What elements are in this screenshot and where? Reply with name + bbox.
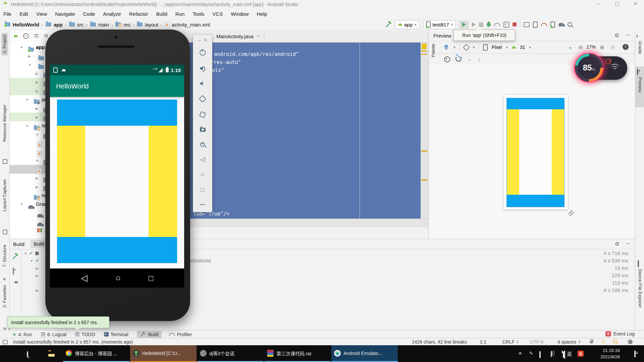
tab-profiler[interactable]: Profiler — [169, 332, 192, 337]
rotate-device-icon[interactable] — [463, 44, 470, 51]
taskbar-search-icon[interactable] — [27, 351, 28, 358]
apply-code-changes-icon[interactable] — [479, 23, 483, 26]
readonly-lock-icon[interactable] — [590, 341, 593, 343]
status-message[interactable]: Install successfully finished in 2 s 657… — [13, 339, 133, 345]
tray-volume-icon[interactable] — [563, 350, 565, 359]
menu-file[interactable]: File — [3, 11, 11, 17]
expand-arrow-icon[interactable]: ▶ — [36, 89, 38, 93]
build-tree-arrow[interactable]: ▶ — [36, 266, 39, 270]
editor-scrollbar[interactable] — [421, 43, 428, 219]
tab-terminal[interactable]: Terminal — [104, 332, 128, 337]
preview-canvas[interactable] — [429, 65, 635, 239]
expand-arrow-icon[interactable]: ▼ — [36, 133, 39, 136]
breadcrumb-res[interactable]: res — [123, 22, 130, 27]
locate-icon[interactable] — [23, 33, 29, 39]
expand-arrow-icon[interactable]: ▶ — [36, 72, 38, 75]
tool-tab-layout-captures[interactable]: Layout Captures — [2, 179, 7, 211]
zoom-in-icon[interactable]: ⊕ — [600, 44, 604, 51]
window-minimize-button[interactable]: – — [591, 1, 606, 7]
tray-network-icon[interactable] — [551, 351, 552, 357]
gradle-daemon-icon[interactable] — [628, 340, 633, 344]
taskbar-emulator-button[interactable]: Android Emulato... — [331, 345, 398, 362]
screenshot-button[interactable] — [200, 128, 206, 132]
scrollbar-error-stripe-mark[interactable] — [422, 44, 427, 49]
tab-mainactivity[interactable]: MainActivity.java ✕ — [212, 30, 264, 42]
scrollbar-mark[interactable] — [421, 54, 427, 55]
apply-changes-icon[interactable] — [472, 22, 476, 27]
preview-layout-root[interactable] — [506, 98, 565, 207]
build-tree-arrow[interactable]: ▶ — [36, 289, 39, 292]
build-tree-arrow[interactable]: ▼ — [30, 259, 33, 263]
breadcrumb-main[interactable]: main — [98, 22, 109, 27]
run-button[interactable] — [459, 20, 469, 28]
expand-arrow-icon[interactable]: ▶ — [36, 80, 38, 84]
event-log-button[interactable]: 9 Event Log — [605, 331, 635, 337]
rotate-left-button[interactable] — [199, 95, 207, 103]
tray-ink-icon[interactable]: ✎ — [529, 351, 533, 356]
toolwindow-toggle-icon[interactable] — [3, 340, 8, 344]
rotate-right-button[interactable] — [199, 111, 206, 118]
debug-icon[interactable] — [487, 22, 491, 27]
orientation-layers-icon[interactable] — [444, 45, 449, 50]
tool-tab-preview-active[interactable]: Preview — [635, 66, 644, 107]
emulator-window[interactable]: LTE ! 1:15 HelloWorld ◁ ○ □ — [45, 29, 190, 321]
device-combobox[interactable]: test817 ▾ — [423, 20, 456, 29]
autoconnect-icon[interactable] — [455, 57, 462, 62]
preview-hide-icon[interactable]: – — [626, 32, 629, 38]
expand-arrow-icon[interactable]: ▼ — [20, 46, 23, 49]
capture-icon[interactable] — [524, 22, 530, 27]
volume-up-button[interactable] — [200, 66, 205, 71]
android-view-icon[interactable] — [14, 35, 18, 37]
profiler-icon[interactable] — [541, 23, 547, 26]
emulator-home-button[interactable]: ○ — [201, 172, 204, 177]
zoom-button[interactable] — [200, 142, 205, 147]
power-button[interactable] — [200, 50, 206, 56]
build-hide-icon[interactable]: – — [627, 240, 630, 247]
collapse-all-icon[interactable] — [34, 34, 39, 38]
nav-recents-button[interactable]: □ — [149, 274, 154, 283]
gradle-sync-icon[interactable] — [558, 23, 564, 26]
breadcrumb-app[interactable]: app — [54, 22, 63, 27]
menu-edit[interactable]: Edit — [19, 11, 28, 17]
expand-arrow-icon[interactable]: ▶ — [36, 176, 38, 180]
build-tree-arrow[interactable]: ▶ — [36, 274, 39, 278]
start-button[interactable] — [5, 351, 11, 356]
zoom-fit-icon[interactable]: ⊘ — [610, 44, 615, 51]
window-maximize-button[interactable]: ▢ — [610, 1, 625, 6]
search-everywhere-icon[interactable] — [568, 22, 572, 27]
taskbar-winrar-button[interactable]: 第三次课代码.rar — [264, 345, 331, 362]
menu-analyze[interactable]: Analyze — [103, 11, 121, 17]
expand-arrow-icon[interactable]: ▼ — [36, 159, 39, 163]
device-manager-icon[interactable] — [550, 21, 555, 28]
menu-help[interactable]: Help — [257, 11, 267, 17]
menu-run[interactable]: Run — [175, 11, 185, 17]
tool-tab-favorites[interactable]: 2: Favorites — [2, 285, 7, 308]
tab-build-active[interactable]: Build — [137, 331, 161, 338]
status-indent[interactable]: 4 spaces ⇕ — [557, 339, 581, 345]
build-settings-icon[interactable]: ⚙ — [615, 241, 620, 247]
expand-arrow-icon[interactable]: ▶ — [36, 107, 38, 110]
build-hammer-icon[interactable] — [386, 21, 392, 27]
expand-arrow-icon[interactable]: ▶ — [36, 115, 38, 119]
sogou-icon[interactable]: S — [578, 351, 584, 357]
menu-build[interactable]: Build — [156, 11, 167, 17]
infer-constraints-icon[interactable]: ↕ — [478, 56, 480, 62]
emulator-overview-button[interactable]: □ — [201, 187, 205, 192]
expand-arrow-icon[interactable]: ▼ — [25, 98, 29, 102]
preview-device[interactable]: Pixel — [492, 45, 502, 50]
preview-page[interactable] — [503, 95, 568, 209]
emulator-minimize-button[interactable]: – — [198, 38, 201, 43]
emulator-more-button[interactable]: ••• — [200, 202, 205, 207]
view-options-icon[interactable] — [444, 56, 450, 62]
tab-close-icon[interactable]: ✕ — [257, 34, 260, 39]
run-config-combobox[interactable]: app ▾ — [395, 20, 420, 29]
expand-arrow-icon[interactable]: ▼ — [20, 202, 23, 206]
menu-vcs[interactable]: VCS — [212, 11, 223, 17]
tool-tab-project[interactable]: 1: Project — [1, 33, 8, 55]
stop-icon[interactable] — [513, 22, 517, 26]
device-select-phone-icon[interactable] — [483, 44, 488, 51]
taskbar-qq-button[interactable]: dj等3个会话 — [197, 345, 264, 362]
default-margins-icon[interactable]: ↔ — [467, 56, 472, 62]
render-errors-icon[interactable]: ! — [623, 44, 629, 50]
profile-icon[interactable] — [494, 23, 500, 26]
